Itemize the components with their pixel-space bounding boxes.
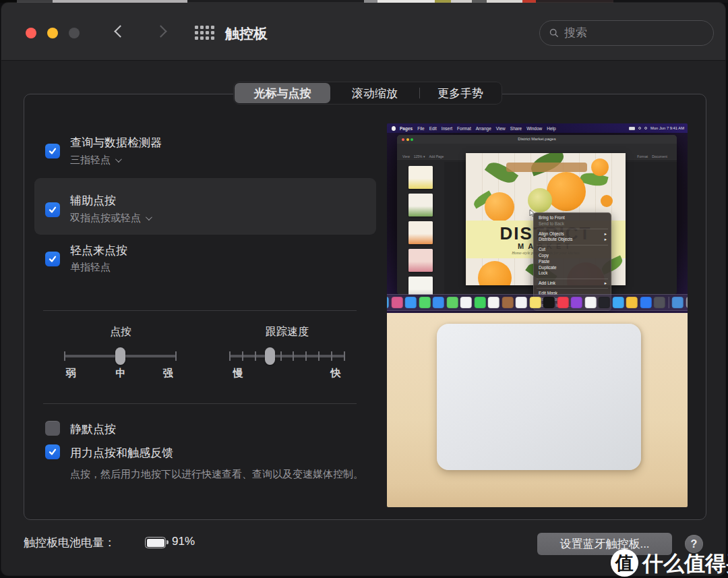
- content-area: 光标与点按滚动缩放更多手势 PagesFileEditInsertFormatA…: [1, 61, 725, 575]
- charts-icon: [612, 297, 624, 308]
- demo-menu-item: File: [417, 126, 424, 131]
- search-field[interactable]: [539, 20, 714, 46]
- setting-title: 静默点按: [70, 422, 116, 437]
- context-menu-separator: [537, 288, 608, 289]
- demo-context-menu-item: Align Objects▸: [534, 231, 611, 237]
- demo-menu-item: Window: [526, 126, 542, 131]
- gesture-dropdown[interactable]: 三指轻点: [70, 154, 120, 167]
- checkbox-toggle-1[interactable]: [45, 444, 60, 459]
- smzdm-watermark-text: 什么值得买: [642, 550, 728, 578]
- checkbox-1[interactable]: [45, 202, 60, 217]
- demo-wifi-icon: [638, 127, 641, 129]
- slider-tick: [293, 351, 294, 361]
- title-bar: 触控板: [1, 3, 725, 61]
- demo-menubar-clock: Mon Jun 7 9:41 AM: [650, 126, 684, 130]
- setting-subtitle: 双指点按或轻点: [70, 212, 141, 225]
- demo-context-menu-item: Distribute Objects▸: [534, 237, 611, 243]
- downloads-folder-icon: [672, 297, 684, 308]
- section-divider: [43, 403, 357, 404]
- search-input[interactable]: [564, 26, 713, 40]
- slider-label: 快: [331, 367, 341, 380]
- slider-tick: [242, 351, 243, 361]
- section-divider: [43, 310, 357, 311]
- maps-icon: [446, 297, 458, 308]
- demo-trackpad-photo: [387, 313, 688, 507]
- page-title: 触控板: [225, 24, 268, 43]
- slider-track-0[interactable]: [65, 355, 176, 357]
- close-button[interactable]: [26, 28, 36, 38]
- finder-icon: [387, 297, 389, 308]
- slider-tick: [344, 351, 345, 361]
- setting-description: 点按，然后用力地按下以进行快速查看、查询以及变速媒体控制。: [70, 466, 372, 482]
- submenu-arrow-icon: ▸: [605, 281, 607, 287]
- demo-menu-item: Help: [547, 126, 555, 131]
- tab-bar: 光标与点按滚动缩放更多手势: [233, 82, 502, 105]
- slider-tick: [305, 351, 307, 361]
- checkbox-toggle-0[interactable]: [45, 421, 60, 436]
- slider-track-1[interactable]: [230, 355, 344, 357]
- slider-tick: [175, 351, 177, 361]
- checkbox-0[interactable]: [45, 144, 60, 158]
- forward-button[interactable]: [154, 25, 166, 37]
- tab-point-click[interactable]: 光标与点按: [235, 83, 330, 103]
- demo-context-menu-item: Cut: [534, 247, 611, 253]
- setting-subtitle-row: 单指轻点: [70, 261, 111, 274]
- slider-tick: [64, 351, 65, 361]
- setting-subtitle: 单指轻点: [70, 261, 111, 274]
- music-icon: [557, 297, 568, 308]
- demo-context-menu-item: Duplicate: [534, 265, 611, 271]
- slider-tick: [318, 351, 320, 361]
- slider-tick: [229, 351, 231, 361]
- submenu-arrow-icon: ▸: [605, 231, 607, 237]
- setting-subtitle: 三指轻点: [70, 154, 111, 167]
- demo-context-menu-item: Lock: [534, 270, 611, 277]
- gesture-demo-video: PagesFileEditInsertFormatArrangeViewShar…: [387, 123, 688, 507]
- demo-toolbar-label: Add Page: [429, 154, 444, 158]
- screen: 触控板 光标与点按滚动缩放更多手势 PagesFileEditInsertFor…: [0, 0, 728, 578]
- tab-more-gestures[interactable]: 更多手势: [420, 83, 501, 103]
- checkbox-2[interactable]: [45, 252, 60, 266]
- facetime-icon: [474, 297, 485, 308]
- zoom-button[interactable]: [69, 28, 80, 38]
- submenu-arrow-icon: ▸: [605, 237, 607, 243]
- demo-context-menu-item: Paste: [534, 259, 611, 265]
- context-menu-separator: [537, 229, 608, 229]
- demo-pages-titlebar: District Market.pages: [397, 135, 677, 144]
- setting-title: 查询与数据检测器: [70, 135, 162, 150]
- demo-context-menu-item: Send to Back: [534, 221, 611, 227]
- keynote-icon: [626, 297, 638, 308]
- apple-logo-icon: [392, 126, 396, 131]
- demo-context-menu-item: Copy: [534, 253, 611, 259]
- demo-toolbar-label: 125% ▾: [414, 154, 425, 158]
- settings-icon: [654, 297, 665, 308]
- back-button[interactable]: [114, 25, 126, 37]
- slider-thumb-0[interactable]: [115, 347, 125, 365]
- context-menu-separator: [537, 279, 608, 279]
- settings-panel: PagesFileEditInsertFormatArrangeViewShar…: [24, 94, 706, 520]
- slider-label: 中: [116, 367, 126, 380]
- demo-page-thumbnail: [408, 277, 433, 295]
- slider-tick: [255, 351, 256, 361]
- demo-battery-icon: [629, 127, 635, 130]
- demo-page-thumbnail: [408, 194, 433, 216]
- slider-thumb-1[interactable]: [265, 347, 275, 365]
- gesture-dropdown[interactable]: 双指点按或轻点: [70, 212, 150, 225]
- setting-title: 轻点来点按: [70, 243, 127, 258]
- slider-title: 跟踪速度: [266, 325, 309, 339]
- demo-document-title: District Market.pages: [397, 137, 677, 141]
- news-icon: [584, 297, 596, 308]
- demo-menu-item: Edit: [429, 126, 437, 131]
- slider-tick: [331, 351, 332, 361]
- minimize-button[interactable]: [47, 28, 58, 38]
- tab-scroll-zoom[interactable]: 滚动缩放: [330, 83, 419, 103]
- mail-icon: [433, 297, 444, 308]
- trash-icon: [686, 297, 688, 308]
- battery-percent: 91%: [172, 535, 195, 548]
- show-all-grid-icon[interactable]: [195, 26, 216, 41]
- demo-pages-sidebar: [397, 162, 444, 295]
- chevron-down-icon: [115, 156, 122, 163]
- demo-menu-item: Insert: [442, 126, 452, 131]
- demo-menu-item: Share: [510, 126, 522, 131]
- launchpad-icon: [391, 297, 402, 308]
- demo-menu-item: Format: [457, 126, 471, 131]
